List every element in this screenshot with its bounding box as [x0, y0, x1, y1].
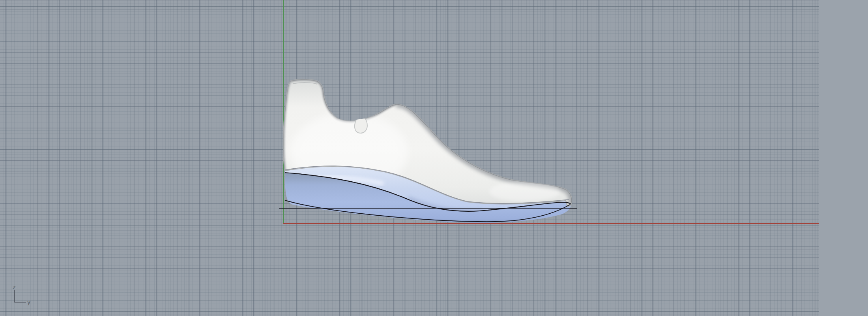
- throat-notch: [355, 118, 367, 133]
- gizmo-axes-lines: [15, 290, 26, 302]
- toe-sheen: [489, 181, 560, 202]
- cad-viewport[interactable]: z y: [0, 0, 868, 316]
- gizmo-y-label: y: [27, 299, 30, 305]
- gizmo-z-label: z: [13, 284, 15, 290]
- shoe-model[interactable]: [0, 0, 868, 316]
- axis-gizmo: z y: [6, 279, 41, 310]
